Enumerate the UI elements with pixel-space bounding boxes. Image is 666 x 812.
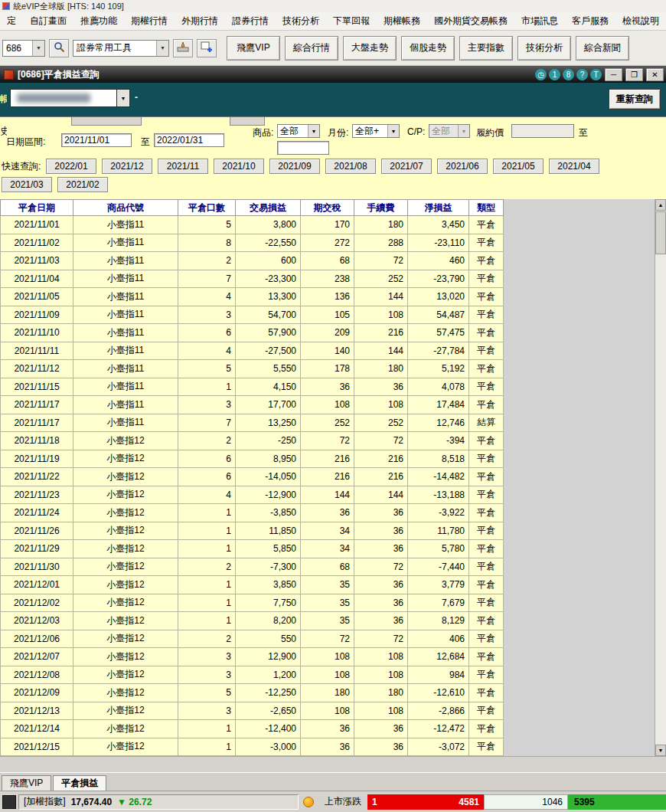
scroll-up-arrow[interactable]: ▲ — [655, 199, 666, 211]
chevron-down-icon[interactable]: ▼ — [458, 125, 469, 137]
table-row[interactable]: 2021/11/03 小臺指11 2 600 68 72 460 平倉 — [1, 252, 504, 270]
toolbar-button[interactable]: 主要指數 — [459, 36, 513, 61]
table-row[interactable]: 2021/11/02 小臺指11 8 -22,550 272 288 -23,1… — [1, 234, 504, 252]
menu-item[interactable]: 外期行情 — [175, 15, 225, 28]
table-row[interactable]: 2021/11/11 小臺指11 4 -27,500 140 144 -27,7… — [1, 342, 504, 360]
account-combo[interactable] — [10, 89, 117, 107]
table-row[interactable]: 2021/11/17 小臺指11 7 13,250 252 252 12,746… — [1, 414, 504, 432]
quick-query-button[interactable]: 2021/07 — [381, 159, 432, 174]
tool-combo[interactable]: 證券常用工具 ▼ — [73, 40, 169, 57]
strike-input[interactable] — [511, 124, 574, 138]
search-button[interactable] — [49, 39, 69, 57]
stock-code-combo[interactable]: 686 ▼ — [2, 40, 45, 57]
partial-input[interactable] — [71, 117, 142, 126]
menu-item[interactable]: 檢視說明 — [615, 15, 666, 28]
menu-item[interactable]: 推薦功能 — [73, 15, 124, 28]
scroll-down-arrow[interactable]: ▼ — [655, 745, 666, 756]
menu-item[interactable]: 客戶服務 — [565, 15, 615, 28]
table-row[interactable]: 2021/11/19 小臺指12 6 8,950 216 216 8,518 平… — [1, 450, 504, 468]
table-row[interactable]: 2021/11/15 小臺指11 1 4,150 36 36 4,078 平倉 — [1, 378, 504, 396]
vertical-scrollbar[interactable]: ▲ ▼ — [655, 199, 666, 756]
menu-item[interactable]: 國外期貨交易帳務 — [427, 15, 514, 28]
table-row[interactable]: 2021/12/13 小臺指12 3 -2,650 108 108 -2,866… — [1, 702, 504, 720]
table-row[interactable]: 2021/12/02 小臺指12 1 7,750 35 36 7,679 平倉 — [1, 594, 504, 612]
table-row[interactable]: 2021/12/07 小臺指12 3 12,900 108 108 12,684… — [1, 648, 504, 666]
quick-query-button[interactable]: 2022/01 — [46, 159, 96, 174]
date-to-input[interactable] — [154, 133, 224, 147]
chevron-down-icon[interactable]: ▼ — [32, 41, 44, 56]
table-row[interactable]: 2021/11/09 小臺指11 3 54,700 105 108 54,487… — [1, 306, 504, 324]
toolbar-button[interactable]: 飛鷹VIP — [227, 36, 280, 61]
chevron-down-icon[interactable]: ▼ — [117, 89, 130, 107]
table-row[interactable]: 2021/11/23 小臺指12 4 -12,900 144 144 -13,1… — [1, 486, 504, 504]
quick-query-button[interactable]: 2021/06 — [437, 159, 488, 174]
quick-query-button[interactable]: 2021/09 — [269, 159, 320, 174]
table-row[interactable]: 2021/11/22 小臺指12 6 -14,050 216 216 -14,4… — [1, 468, 504, 486]
badge-icon[interactable]: 1 — [549, 69, 560, 80]
minimize-button[interactable]: ─ — [605, 68, 622, 81]
toolbar-button[interactable]: 個股走勢 — [401, 36, 455, 61]
table-row[interactable]: 2021/11/10 小臺指11 6 57,900 209 216 57,475… — [1, 324, 504, 342]
table-row[interactable]: 2021/11/12 小臺指11 5 5,550 178 180 5,192 平… — [1, 360, 504, 378]
menu-item[interactable]: 市場訊息 — [514, 15, 565, 28]
badge-icon[interactable]: ◷ — [535, 69, 547, 80]
product-code-input[interactable] — [277, 141, 329, 155]
table-row[interactable]: 2021/11/01 小臺指11 5 3,800 170 180 3,450 平… — [1, 216, 504, 234]
toolbar-button[interactable]: 大盤走勢 — [343, 36, 397, 61]
month-combo[interactable]: 全部+ ▼ — [352, 124, 400, 138]
table-row[interactable]: 2021/11/05 小臺指11 4 13,300 136 144 13,020… — [1, 288, 504, 306]
quick-query-button[interactable]: 2021/02 — [57, 177, 108, 192]
scroll-thumb[interactable] — [655, 211, 666, 254]
close-button[interactable]: ✕ — [646, 68, 664, 81]
chevron-down-icon[interactable]: ▼ — [308, 125, 319, 137]
table-row[interactable]: 2021/12/08 小臺指12 3 1,200 108 108 984 平倉 — [1, 666, 504, 684]
menu-item[interactable]: 自訂畫面 — [23, 15, 73, 28]
table-row[interactable]: 2021/12/09 小臺指12 5 -12,250 180 180 -12,6… — [1, 684, 504, 702]
table-row[interactable]: 2021/12/03 小臺指12 1 8,200 35 36 8,129 平倉 — [1, 612, 504, 630]
menu-item[interactable]: 技術分析 — [276, 15, 326, 28]
table-row[interactable]: 2021/11/30 小臺指12 2 -7,300 68 72 -7,440 平… — [1, 558, 504, 576]
quick-query-button[interactable]: 2021/10 — [214, 159, 264, 174]
table-row[interactable]: 2021/12/14 小臺指12 1 -12,400 36 36 -12,472… — [1, 720, 504, 738]
cp-combo[interactable]: 全部 ▼ — [429, 124, 470, 138]
menu-item[interactable]: 期權行情 — [124, 15, 175, 28]
product-combo[interactable]: 全部 ▼ — [277, 124, 320, 138]
quick-query-button[interactable]: 2021/08 — [325, 159, 376, 174]
quick-query-button[interactable]: 2021/11 — [158, 159, 208, 174]
table-row[interactable]: 2021/12/01 小臺指12 1 3,850 35 36 3,779 平倉 — [1, 576, 504, 594]
date-from-input[interactable] — [61, 133, 132, 147]
menu-item[interactable]: 期權帳務 — [377, 15, 427, 28]
tab-eaglevip[interactable]: 飛鷹VIP — [2, 775, 51, 791]
quick-query-button[interactable]: 2021/03 — [2, 177, 52, 192]
table-row[interactable]: 2021/11/24 小臺指12 1 -3,850 36 36 -3,922 平… — [1, 504, 504, 522]
menu-item[interactable]: 證券行情 — [225, 15, 276, 28]
menu-item[interactable]: 下單回報 — [326, 15, 377, 28]
table-row[interactable]: 2021/12/06 小臺指12 2 550 72 72 406 平倉 — [1, 630, 504, 648]
requery-button[interactable]: 重新查詢 — [609, 89, 661, 110]
chevron-down-icon[interactable]: ▼ — [156, 41, 168, 56]
quick-query-button[interactable]: 2021/12 — [102, 159, 152, 174]
quick-query-button[interactable]: 2021/04 — [549, 159, 599, 174]
badge-icon[interactable]: 8 — [563, 69, 574, 80]
table-row[interactable]: 2021/11/26 小臺指12 1 11,850 34 36 11,780 平… — [1, 522, 504, 540]
table-row[interactable]: 2021/11/04 小臺指11 7 -23,300 238 252 -23,7… — [1, 270, 504, 288]
maximize-button[interactable]: ❐ — [625, 68, 643, 81]
new-window-button[interactable] — [197, 39, 217, 57]
cell-net-pl: -394 — [408, 432, 469, 450]
order-hand-button[interactable] — [173, 39, 193, 57]
tab-close-pl[interactable]: 平倉損益 — [53, 775, 106, 791]
badge-icon[interactable]: T — [590, 69, 602, 80]
quick-query-button[interactable]: 2021/05 — [493, 159, 544, 174]
table-row[interactable]: 2021/12/15 小臺指12 1 -3,000 36 36 -3,072 平… — [1, 738, 504, 756]
table-row[interactable]: 2021/11/18 小臺指12 2 -250 72 72 -394 平倉 — [1, 432, 504, 450]
partial-combo[interactable] — [230, 117, 265, 126]
table-row[interactable]: 2021/11/17 小臺指11 3 17,700 108 108 17,484… — [1, 396, 504, 414]
table-row[interactable]: 2021/11/29 小臺指12 1 5,850 34 36 5,780 平倉 — [1, 540, 504, 558]
toolbar-button[interactable]: 技術分析 — [517, 36, 571, 61]
badge-icon[interactable]: ? — [576, 69, 588, 80]
menu-item[interactable]: 定 — [0, 15, 23, 28]
cell-trade-pl: 3,800 — [236, 216, 301, 234]
toolbar-button[interactable]: 綜合行情 — [285, 36, 338, 61]
toolbar-button[interactable]: 綜合新聞 — [576, 36, 629, 61]
chevron-down-icon[interactable]: ▼ — [387, 125, 399, 137]
